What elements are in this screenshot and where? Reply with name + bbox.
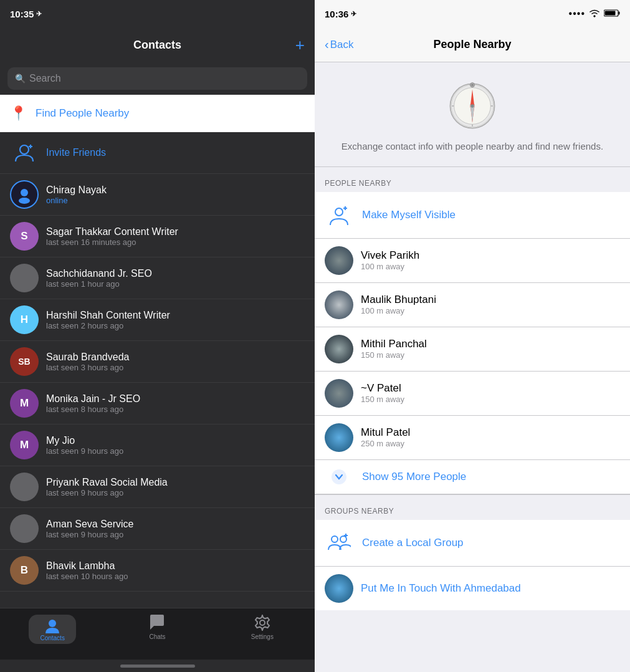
right-panel: 10:36 ✈ •••• ‹	[315, 0, 630, 672]
contact-info: Sachchidanand Jr. SEO last seen 1 hour a…	[46, 268, 305, 289]
make-visible-label: Make Myself Visible	[362, 209, 456, 221]
avatar	[325, 335, 353, 363]
contact-status: online	[46, 196, 305, 205]
contact-info: Monika Jain - Jr SEO last seen 8 hours a…	[46, 393, 305, 414]
list-item[interactable]: Sachchidanand Jr. SEO last seen 1 hour a…	[0, 257, 315, 299]
tab-contacts[interactable]: Contacts	[0, 615, 105, 644]
contact-name: Sachchidanand Jr. SEO	[46, 268, 305, 279]
time-right: 10:36 ✈	[325, 9, 356, 19]
contact-name: Monika Jain - Jr SEO	[46, 393, 305, 405]
avatar: S	[10, 222, 39, 251]
svg-point-22	[471, 84, 474, 86]
avatar	[10, 473, 39, 501]
chats-tab-icon	[149, 615, 165, 631]
nearby-info: Maulik Bhuptani 100 m away	[361, 294, 620, 315]
list-item[interactable]: Maulik Bhuptani 100 m away	[315, 283, 630, 327]
create-local-group-label: Create a Local Group	[362, 537, 464, 549]
tab-settings[interactable]: Settings	[210, 615, 315, 640]
back-chevron-icon: ‹	[325, 37, 329, 52]
avatar	[325, 379, 353, 408]
contact-info: Bhavik Lambha last seen 10 hours ago	[46, 560, 305, 581]
header-left: Contacts +	[0, 27, 315, 62]
home-indicator-left	[0, 660, 315, 672]
create-local-group-icon	[325, 529, 353, 557]
groups-nearby-section-label: GROUPS NEARBY	[325, 507, 394, 516]
list-item[interactable]: Mitul Patel 250 m away	[315, 416, 630, 460]
compass-description: Exchange contact info with people nearby…	[341, 140, 603, 154]
contact-info: Harshil Shah Content Writer last seen 2 …	[46, 310, 305, 330]
list-item[interactable]: B Bhavik Lambha last seen 10 hours ago	[0, 550, 315, 592]
create-local-group-row[interactable]: Create a Local Group	[315, 520, 630, 567]
list-item[interactable]: Aman Seva Service last seen 9 hours ago	[0, 508, 315, 550]
list-item[interactable]: Priyank Raval Social Media last seen 9 h…	[0, 466, 315, 508]
wifi-icon	[589, 9, 600, 19]
nearby-name: Mitul Patel	[361, 426, 620, 439]
show-more-row[interactable]: Show 95 More People	[315, 460, 630, 494]
list-item[interactable]: ~V Patel 150 m away	[315, 372, 630, 416]
compass-section: Exchange contact info with people nearby…	[315, 62, 630, 167]
contact-name: Bhavik Lambha	[46, 560, 305, 572]
find-people-nearby-row[interactable]: 📍 Find People Nearby	[0, 95, 315, 132]
avatar: M	[10, 389, 39, 418]
svg-rect-8	[619, 11, 620, 14]
list-item[interactable]: Invite Friends	[0, 132, 315, 174]
groups-nearby-list: Create a Local Group Put Me In Touch Wit…	[315, 520, 630, 610]
avatar: M	[10, 431, 39, 459]
search-placeholder: Search	[29, 73, 61, 84]
contact-name: Aman Seva Service	[46, 519, 305, 530]
svg-point-23	[335, 208, 343, 216]
search-bar[interactable]: 🔍 Search	[7, 67, 307, 90]
tab-settings-label: Settings	[251, 633, 274, 640]
contact-status: last seen 1 hour ago	[46, 279, 305, 289]
contact-info: Aman Seva Service last seen 9 hours ago	[46, 519, 305, 539]
list-item[interactable]: Mithil Panchal 150 m away	[315, 327, 630, 372]
avatar: SB	[10, 347, 39, 376]
list-item[interactable]: S Sagar Thakkar Content Writer last seen…	[0, 216, 315, 257]
location-pin-icon: 📍	[10, 105, 27, 122]
avatar	[10, 138, 39, 167]
home-bar	[120, 665, 195, 668]
people-nearby-header: PEOPLE NEARBY	[315, 167, 630, 192]
list-item[interactable]: Vivek Parikh 100 m away	[315, 239, 630, 283]
people-nearby-list: Make Myself Visible Vivek Parikh 100 m a…	[315, 192, 630, 494]
contact-info: Priyank Raval Social Media last seen 9 h…	[46, 477, 305, 497]
signal-dots-icon: ••••	[569, 8, 585, 19]
list-item[interactable]: M My Jio last seen 9 hours ago	[0, 425, 315, 466]
list-item[interactable]: Chirag Nayak online	[0, 174, 315, 216]
svg-point-0	[20, 145, 29, 154]
add-contact-button[interactable]: +	[295, 36, 305, 55]
svg-rect-9	[605, 11, 616, 15]
nearby-info: Mithil Panchal 150 m away	[361, 338, 620, 360]
contact-status: last seen 8 hours ago	[46, 405, 305, 414]
contact-name: Sagar Thakkar Content Writer	[46, 226, 305, 238]
contacts-tab-icon	[44, 617, 60, 633]
back-button[interactable]: ‹ Back	[325, 37, 353, 52]
nearby-distance: 150 m away	[361, 395, 620, 404]
nearby-info: Put Me In Touch With Ahmedabad	[361, 582, 620, 595]
chevron-down-icon	[325, 469, 353, 485]
battery-icon	[604, 9, 620, 19]
contact-info: Invite Friends	[46, 147, 305, 158]
contact-status: last seen 10 hours ago	[46, 572, 305, 581]
compass-icon	[447, 81, 497, 131]
header-right: ‹ Back People Nearby	[315, 27, 630, 62]
left-panel: 10:35 ✈ Contacts + 🔍 Search 📍 Find Peopl…	[0, 0, 315, 672]
nearby-distance: 100 m away	[361, 306, 620, 315]
list-item[interactable]: H Harshil Shah Content Writer last seen …	[0, 299, 315, 341]
list-item[interactable]: M Monika Jain - Jr SEO last seen 8 hours…	[0, 383, 315, 425]
avatar	[10, 264, 39, 292]
contact-name: Saurab Brandveda	[46, 352, 305, 363]
search-icon: 🔍	[15, 74, 26, 84]
tab-chats-label: Chats	[149, 633, 165, 640]
tab-chats[interactable]: Chats	[105, 615, 209, 640]
contact-info: Sagar Thakkar Content Writer last seen 1…	[46, 226, 305, 247]
contact-info: Chirag Nayak online	[46, 185, 305, 205]
svg-point-20	[470, 104, 474, 107]
contact-info: Saurab Brandveda last seen 3 hours ago	[46, 352, 305, 372]
put-me-in-touch-row[interactable]: Put Me In Touch With Ahmedabad	[315, 567, 630, 610]
nearby-name: Maulik Bhuptani	[361, 294, 620, 306]
contact-status: last seen 2 hours ago	[46, 321, 305, 330]
avatar	[325, 246, 353, 275]
list-item[interactable]: SB Saurab Brandveda last seen 3 hours ag…	[0, 341, 315, 383]
make-myself-visible-row[interactable]: Make Myself Visible	[315, 192, 630, 239]
